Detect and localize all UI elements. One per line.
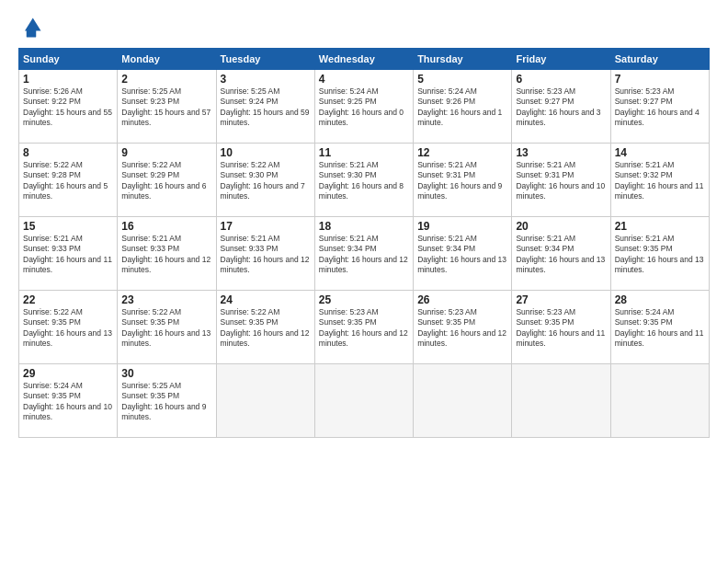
day-number: 23	[121, 293, 211, 306]
calendar-cell: 22Sunrise: 5:22 AMSunset: 9:35 PMDayligh…	[19, 291, 118, 364]
calendar-cell: 13Sunrise: 5:21 AMSunset: 9:31 PMDayligh…	[512, 144, 610, 217]
logo	[18, 15, 48, 40]
day-info: Sunrise: 5:21 AMSunset: 9:33 PMDaylight:…	[221, 234, 311, 276]
day-number: 4	[319, 73, 409, 86]
day-info: Sunrise: 5:22 AMSunset: 9:35 PMDaylight:…	[23, 307, 113, 350]
weekday-header-thursday: Thursday	[414, 49, 512, 70]
calendar-cell	[216, 364, 314, 438]
day-info: Sunrise: 5:24 AMSunset: 9:26 PMDaylight:…	[417, 86, 507, 129]
calendar-cell	[414, 364, 512, 438]
day-number: 17	[221, 220, 311, 233]
calendar-week-4: 22Sunrise: 5:22 AMSunset: 9:35 PMDayligh…	[19, 291, 710, 364]
weekday-header-saturday: Saturday	[610, 49, 709, 70]
day-number: 6	[516, 73, 606, 86]
day-info: Sunrise: 5:22 AMSunset: 9:29 PMDaylight:…	[121, 160, 211, 202]
calendar-cell	[314, 364, 413, 438]
calendar-cell: 15Sunrise: 5:21 AMSunset: 9:33 PMDayligh…	[19, 217, 118, 291]
day-info: Sunrise: 5:24 AMSunset: 9:35 PMDaylight:…	[615, 307, 705, 350]
day-number: 11	[319, 146, 409, 159]
day-number: 13	[516, 146, 606, 159]
calendar-cell: 11Sunrise: 5:21 AMSunset: 9:30 PMDayligh…	[314, 144, 413, 217]
calendar-cell	[512, 364, 610, 438]
calendar-cell: 19Sunrise: 5:21 AMSunset: 9:34 PMDayligh…	[414, 217, 512, 291]
calendar-cell: 30Sunrise: 5:25 AMSunset: 9:35 PMDayligh…	[118, 364, 216, 438]
logo-icon	[18, 15, 44, 40]
calendar-cell: 27Sunrise: 5:23 AMSunset: 9:35 PMDayligh…	[512, 291, 610, 364]
calendar-cell: 5Sunrise: 5:24 AMSunset: 9:26 PMDaylight…	[414, 70, 512, 144]
calendar-cell: 24Sunrise: 5:22 AMSunset: 9:35 PMDayligh…	[216, 291, 314, 364]
svg-marker-0	[25, 18, 41, 31]
calendar-cell: 18Sunrise: 5:21 AMSunset: 9:34 PMDayligh…	[314, 217, 413, 291]
calendar-cell: 7Sunrise: 5:23 AMSunset: 9:27 PMDaylight…	[610, 70, 709, 144]
day-number: 7	[615, 73, 705, 86]
day-number: 24	[221, 293, 311, 306]
day-info: Sunrise: 5:22 AMSunset: 9:35 PMDaylight:…	[221, 307, 311, 350]
calendar-cell: 17Sunrise: 5:21 AMSunset: 9:33 PMDayligh…	[216, 217, 314, 291]
day-info: Sunrise: 5:23 AMSunset: 9:35 PMDaylight:…	[516, 307, 606, 350]
day-info: Sunrise: 5:25 AMSunset: 9:24 PMDaylight:…	[221, 86, 311, 129]
page: SundayMondayTuesdayWednesdayThursdayFrid…	[0, 0, 728, 563]
day-info: Sunrise: 5:22 AMSunset: 9:35 PMDaylight:…	[121, 307, 211, 350]
day-info: Sunrise: 5:22 AMSunset: 9:30 PMDaylight:…	[221, 160, 311, 202]
day-number: 29	[23, 367, 113, 380]
day-info: Sunrise: 5:21 AMSunset: 9:34 PMDaylight:…	[516, 234, 606, 276]
calendar-cell: 16Sunrise: 5:21 AMSunset: 9:33 PMDayligh…	[118, 217, 216, 291]
day-info: Sunrise: 5:21 AMSunset: 9:34 PMDaylight:…	[417, 234, 507, 276]
day-number: 8	[23, 146, 113, 159]
day-info: Sunrise: 5:21 AMSunset: 9:35 PMDaylight:…	[615, 234, 705, 276]
day-info: Sunrise: 5:25 AMSunset: 9:23 PMDaylight:…	[121, 86, 211, 129]
weekday-header-wednesday: Wednesday	[314, 49, 413, 70]
day-number: 9	[121, 146, 211, 159]
calendar-cell: 23Sunrise: 5:22 AMSunset: 9:35 PMDayligh…	[118, 291, 216, 364]
day-info: Sunrise: 5:23 AMSunset: 9:27 PMDaylight:…	[615, 86, 705, 129]
calendar-cell: 6Sunrise: 5:23 AMSunset: 9:27 PMDaylight…	[512, 70, 610, 144]
day-number: 10	[221, 146, 311, 159]
day-number: 19	[417, 220, 507, 233]
day-number: 22	[23, 293, 113, 306]
calendar-cell: 9Sunrise: 5:22 AMSunset: 9:29 PMDaylight…	[118, 144, 216, 217]
day-number: 18	[319, 220, 409, 233]
calendar-cell: 3Sunrise: 5:25 AMSunset: 9:24 PMDaylight…	[216, 70, 314, 144]
day-number: 5	[417, 73, 507, 86]
day-number: 30	[121, 367, 211, 380]
day-info: Sunrise: 5:23 AMSunset: 9:27 PMDaylight:…	[516, 86, 606, 129]
day-info: Sunrise: 5:26 AMSunset: 9:22 PMDaylight:…	[23, 86, 113, 129]
day-info: Sunrise: 5:25 AMSunset: 9:35 PMDaylight:…	[121, 381, 211, 423]
weekday-header-monday: Monday	[118, 49, 216, 70]
weekday-header-row: SundayMondayTuesdayWednesdayThursdayFrid…	[19, 49, 710, 70]
day-info: Sunrise: 5:21 AMSunset: 9:33 PMDaylight:…	[121, 234, 211, 276]
calendar-cell: 4Sunrise: 5:24 AMSunset: 9:25 PMDaylight…	[314, 70, 413, 144]
calendar-cell: 14Sunrise: 5:21 AMSunset: 9:32 PMDayligh…	[610, 144, 709, 217]
weekday-header-sunday: Sunday	[19, 49, 118, 70]
day-info: Sunrise: 5:23 AMSunset: 9:35 PMDaylight:…	[319, 307, 409, 350]
day-number: 1	[23, 73, 113, 86]
day-number: 14	[615, 146, 705, 159]
day-info: Sunrise: 5:21 AMSunset: 9:30 PMDaylight:…	[319, 160, 409, 202]
day-info: Sunrise: 5:21 AMSunset: 9:32 PMDaylight:…	[615, 160, 705, 202]
day-number: 16	[121, 220, 211, 233]
day-info: Sunrise: 5:22 AMSunset: 9:28 PMDaylight:…	[23, 160, 113, 202]
calendar-cell	[610, 364, 709, 438]
day-info: Sunrise: 5:21 AMSunset: 9:31 PMDaylight:…	[516, 160, 606, 202]
day-info: Sunrise: 5:24 AMSunset: 9:25 PMDaylight:…	[319, 86, 409, 129]
day-info: Sunrise: 5:23 AMSunset: 9:35 PMDaylight:…	[417, 307, 507, 350]
day-number: 3	[221, 73, 311, 86]
calendar-cell: 26Sunrise: 5:23 AMSunset: 9:35 PMDayligh…	[414, 291, 512, 364]
calendar-cell: 21Sunrise: 5:21 AMSunset: 9:35 PMDayligh…	[610, 217, 709, 291]
calendar-cell: 2Sunrise: 5:25 AMSunset: 9:23 PMDaylight…	[118, 70, 216, 144]
day-number: 27	[516, 293, 606, 306]
calendar-cell: 12Sunrise: 5:21 AMSunset: 9:31 PMDayligh…	[414, 144, 512, 217]
calendar-cell: 8Sunrise: 5:22 AMSunset: 9:28 PMDaylight…	[19, 144, 118, 217]
day-number: 15	[23, 220, 113, 233]
day-info: Sunrise: 5:21 AMSunset: 9:34 PMDaylight:…	[319, 234, 409, 276]
calendar-week-2: 8Sunrise: 5:22 AMSunset: 9:28 PMDaylight…	[19, 144, 710, 217]
day-number: 21	[615, 220, 705, 233]
day-info: Sunrise: 5:21 AMSunset: 9:31 PMDaylight:…	[417, 160, 507, 202]
calendar-cell: 10Sunrise: 5:22 AMSunset: 9:30 PMDayligh…	[216, 144, 314, 217]
calendar-week-1: 1Sunrise: 5:26 AMSunset: 9:22 PMDaylight…	[19, 70, 710, 144]
calendar-cell: 20Sunrise: 5:21 AMSunset: 9:34 PMDayligh…	[512, 217, 610, 291]
calendar-week-3: 15Sunrise: 5:21 AMSunset: 9:33 PMDayligh…	[19, 217, 710, 291]
calendar-cell: 1Sunrise: 5:26 AMSunset: 9:22 PMDaylight…	[19, 70, 118, 144]
calendar-week-5: 29Sunrise: 5:24 AMSunset: 9:35 PMDayligh…	[19, 364, 710, 438]
weekday-header-tuesday: Tuesday	[216, 49, 314, 70]
